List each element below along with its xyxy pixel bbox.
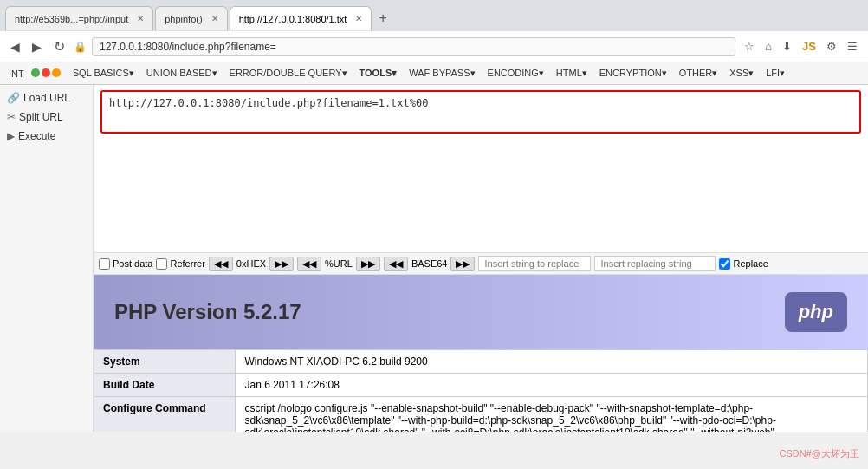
url-label: %URL	[325, 258, 353, 269]
browser-tabs: http://e5369b...=php://input ✕ phpinfo()…	[0, 0, 868, 31]
menu-encryption[interactable]: ENCRYPTION▾	[594, 65, 672, 81]
sidebar-execute[interactable]: ▶ Execute	[0, 127, 93, 146]
replace-checkbox[interactable]	[719, 258, 730, 270]
base64-label: BASE64	[411, 258, 448, 269]
referrer-checkbox[interactable]	[156, 258, 167, 270]
bookmark-icon[interactable]: ☆	[741, 38, 758, 55]
main-content: 🔗 Load URL ✂ Split URL ▶ Execute Post da…	[0, 85, 868, 432]
post-data-checkbox[interactable]	[99, 258, 110, 270]
replacing-string-input[interactable]	[594, 256, 716, 271]
hex-right-btn[interactable]: ▶▶	[269, 257, 294, 271]
table-row: Build DateJan 6 2011 17:26:08	[94, 374, 868, 397]
tab-2-close[interactable]: ✕	[211, 14, 218, 23]
php-info-table: SystemWindows NT XIAODI-PC 6.2 build 920…	[94, 349, 868, 432]
tab-1-close[interactable]: ✕	[137, 14, 144, 23]
php-logo-text: php	[799, 301, 833, 322]
toolbar-row: Post data Referrer ◀◀ 0xHEX ▶▶ ◀◀ %URL ▶…	[94, 253, 868, 275]
table-value: Jan 6 2011 17:26:08	[236, 374, 868, 397]
address-bar: ◀ ▶ ↻ 🔒 ☆ ⌂ ⬇ JS ⚙ ☰	[0, 31, 868, 62]
url-area	[94, 85, 868, 253]
back-button[interactable]: ◀	[7, 38, 23, 55]
php-area: PHP Version 5.2.17 php SystemWindows NT …	[94, 275, 868, 432]
php-logo: php	[785, 292, 847, 332]
menu-tools[interactable]: TOOLS▾	[354, 65, 403, 81]
load-url-icon: 🔗	[7, 92, 20, 104]
table-row: Configure Commandcscript /nologo configu…	[94, 397, 868, 433]
menu-html[interactable]: HTML▾	[551, 65, 593, 81]
tab-1[interactable]: http://e5369b...=php://input ✕	[5, 6, 153, 30]
tab-1-label: http://e5369b...=php://input	[15, 14, 128, 24]
table-value: cscript /nologo configure.js "--enable-s…	[236, 397, 868, 433]
replace-checkbox-group: Replace	[719, 258, 768, 270]
home-icon[interactable]: ⌂	[761, 38, 775, 55]
tab-3-label: http://127.0.0.1:8080/1.txt	[239, 14, 347, 24]
referrer-checkbox-group: Referrer	[156, 258, 204, 270]
menu-int[interactable]: INT	[3, 66, 29, 81]
menu-other[interactable]: OTHER▾	[674, 65, 723, 81]
menu-lfi[interactable]: LFI▾	[761, 65, 790, 81]
tab-2-label: phpinfo()	[165, 14, 202, 24]
download-icon[interactable]: ⬇	[779, 38, 795, 55]
dot-red	[42, 68, 50, 79]
js-icon[interactable]: JS	[799, 38, 819, 55]
menu-icon[interactable]: ☰	[844, 38, 861, 55]
table-value: Windows NT XIAODI-PC 6.2 build 9200	[236, 350, 868, 374]
menu-encoding[interactable]: ENCODING▾	[483, 65, 549, 81]
url-right-btn[interactable]: ▶▶	[356, 257, 380, 271]
right-panel: Post data Referrer ◀◀ 0xHEX ▶▶ ◀◀ %URL ▶…	[94, 85, 868, 432]
new-tab-button[interactable]: +	[373, 9, 392, 28]
post-data-label: Post data	[113, 258, 152, 269]
url-left-btn[interactable]: ◀◀	[297, 257, 321, 271]
replace-label: Replace	[733, 258, 768, 269]
replace-string-input[interactable]	[478, 256, 591, 271]
table-key: Configure Command	[94, 397, 236, 433]
split-url-icon: ✂	[7, 111, 16, 123]
referrer-label: Referrer	[170, 258, 204, 269]
php-version: PHP Version 5.2.17	[114, 300, 301, 324]
dot-green	[31, 68, 40, 79]
sidebar-load-url[interactable]: 🔗 Load URL	[0, 88, 93, 107]
execute-label: Execute	[18, 130, 55, 142]
tab-3-close[interactable]: ✕	[355, 14, 362, 23]
sidebar: 🔗 Load URL ✂ Split URL ▶ Execute	[0, 85, 94, 432]
toolbar-icons: ☆ ⌂ ⬇ JS ⚙ ☰	[741, 38, 861, 55]
lock-icon: 🔒	[74, 41, 87, 53]
menu-waf[interactable]: WAF BYPASS▾	[404, 65, 480, 81]
tab-2[interactable]: phpinfo() ✕	[155, 6, 227, 30]
address-input[interactable]	[92, 37, 735, 56]
table-key: System	[94, 350, 236, 374]
execute-icon: ▶	[7, 130, 15, 142]
split-url-label: Split URL	[19, 111, 63, 123]
dot-yellow	[52, 68, 61, 79]
table-key: Build Date	[94, 374, 236, 397]
menu-error-double[interactable]: ERROR/DOUBLE QUERY▾	[224, 65, 353, 81]
sidebar-split-url[interactable]: ✂ Split URL	[0, 107, 93, 127]
hex-label: 0xHEX	[236, 258, 266, 269]
menu-xss[interactable]: XSS▾	[724, 65, 759, 81]
post-data-checkbox-group: Post data	[99, 258, 152, 270]
refresh-button[interactable]: ↻	[50, 36, 68, 56]
base64-right-btn[interactable]: ▶▶	[450, 257, 475, 271]
load-url-label: Load URL	[23, 92, 70, 104]
table-row: SystemWindows NT XIAODI-PC 6.2 build 920…	[94, 350, 868, 374]
menu-sql-basics[interactable]: SQL BASICS▾	[68, 65, 139, 81]
base64-left-btn[interactable]: ◀◀	[384, 257, 408, 271]
hex-left-btn[interactable]: ◀◀	[209, 257, 233, 271]
url-input[interactable]	[100, 90, 861, 134]
menu-bar: INT SQL BASICS▾ UNION BASED▾ ERROR/DOUBL…	[0, 62, 868, 85]
menu-union-based[interactable]: UNION BASED▾	[141, 65, 223, 81]
settings-icon[interactable]: ⚙	[823, 38, 840, 55]
tab-3[interactable]: http://127.0.0.1:8080/1.txt ✕	[230, 6, 372, 30]
forward-button[interactable]: ▶	[29, 38, 45, 55]
php-header: PHP Version 5.2.17 php	[94, 275, 868, 349]
